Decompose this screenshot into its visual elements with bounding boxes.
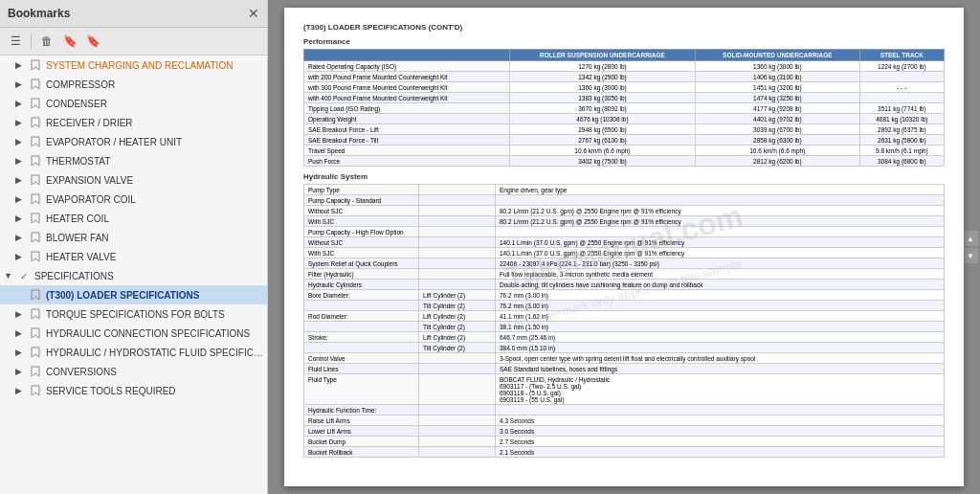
bookmark-icon — [29, 173, 42, 187]
hydraulic-sub-label — [419, 280, 496, 290]
hydraulic-value: Engine driven, gear type — [496, 185, 945, 195]
bookmark-icon — [29, 212, 42, 225]
bookmark-label: HEATER VALVE — [46, 252, 116, 262]
bookmark-label: TORQUE SPECIFICATIONS FOR BOLTS — [46, 309, 225, 320]
bookmarks-close-button[interactable]: ✕ — [248, 6, 259, 21]
hydraulic-sub-label — [419, 227, 496, 237]
bookmark-label: EVAPORATOR COIL — [46, 194, 136, 205]
bookmark-item-expansion-valve[interactable]: ▶EXPANSION VALVE — [0, 170, 267, 190]
bookmark-item-t300-loader[interactable]: (T300) LOADER SPECIFICATIONS — [0, 285, 267, 304]
hydraulic-label: Lower Lift Arms — [304, 426, 419, 437]
performance-cell: 1270 kg (2800 lb) — [509, 61, 695, 72]
performance-cell: 1474 kg (3250 lb) — [696, 93, 860, 103]
bookmark-icon — [29, 326, 42, 340]
performance-col-header: ROLLER SUSPENSION UNDERCARRIAGE — [509, 50, 695, 61]
performance-cell: Operating Weight — [304, 114, 510, 124]
bookmark-item-evaporator-heater[interactable]: ▶EVAPORATOR / HEATER UNIT — [0, 132, 267, 151]
bookmarks-list[interactable]: ▶SYSTEM CHARGING AND RECLAMATION▶COMPRES… — [0, 56, 267, 494]
performance-col-header — [304, 50, 510, 61]
hydraulic-value: 22408 - 23097.4 kPa (224.1 - 231.0 bar) … — [496, 258, 945, 269]
performance-cell: 2892 kg (6375 lb) — [859, 124, 944, 135]
bookmark-item-system-charging[interactable]: ▶SYSTEM CHARGING AND RECLAMATION — [0, 56, 267, 75]
performance-cell: 2812 kg (6200 lb) — [696, 156, 860, 167]
hydraulic-value: 76.2 mm (3.00 in) — [496, 301, 945, 311]
performance-cell: with 200 Pound Frame Mounted Counterweig… — [304, 72, 510, 82]
bookmark-icon: ✓ — [17, 269, 31, 282]
performance-cell: 1342 kg (2900 lb) — [509, 72, 695, 82]
performance-cell: 1360 kg (3000 lb) — [696, 61, 860, 72]
bookmarks-header: Bookmarks ✕ — [0, 0, 267, 28]
bookmark-item-thermostat[interactable]: ▶THERMOSTAT — [0, 151, 267, 170]
bookmark-item-compressor[interactable]: ▶COMPRESSOR — [0, 75, 267, 94]
performance-cell: SAE Breakout Force - Tilt — [304, 135, 510, 146]
scroll-down-arrow[interactable]: ▼ — [963, 248, 978, 263]
hydraulic-value: 38.1 mm (1.50 in) — [496, 322, 945, 332]
hydraulic-label: Hydraulic Function Time: — [304, 405, 419, 415]
bookmark-item-blower-fan[interactable]: ▶BLOWER FAN — [0, 228, 267, 247]
expand-arrow: ▶ — [15, 386, 27, 395]
performance-cell: 4676 kg (10308 lb) — [509, 114, 695, 124]
performance-cell: 2767 kg (6100 lb) — [509, 135, 695, 146]
bookmark-icon — [29, 78, 42, 91]
delete-icon[interactable]: 🗑 — [37, 32, 56, 51]
bookmarks-panel: Bookmarks ✕ ☰ 🗑 🔖 🔖 ▶SYSTEM CHARGING AND… — [0, 0, 268, 494]
performance-cell: Tipping Load (ISO Rating) — [304, 103, 510, 114]
performance-section-title: Performance — [303, 37, 945, 46]
bookmark-label: EXPANSION VALVE — [46, 175, 133, 186]
performance-cell: - - - — [859, 82, 944, 93]
performance-cell: 4681 kg (10320 lb) — [859, 114, 944, 124]
bookmark-icon — [29, 288, 42, 302]
hydraulic-sub-label — [419, 258, 496, 269]
bookmark-item-service-tools[interactable]: ▶SERVICE TOOLS REQUIRED — [0, 381, 267, 400]
hydraulic-label: Filter (Hydraulic) — [304, 269, 419, 280]
menu-icon[interactable]: ☰ — [6, 32, 25, 51]
performance-cell: 2631 kg (5800 lb) — [859, 135, 944, 146]
bookmark-icon — [29, 154, 42, 168]
performance-cell: 1383 kg (3050 lb) — [509, 93, 695, 103]
expand-arrow: ▶ — [15, 252, 27, 261]
hydraulic-value: 384.0 mm (15.10 in) — [496, 343, 945, 353]
expand-arrow: ▶ — [15, 233, 27, 242]
hydraulic-label: Bore Diameter: — [304, 290, 419, 301]
expand-arrow: ▶ — [15, 79, 27, 89]
bookmark-item-evaporator-coil[interactable]: ▶EVAPORATOR COIL — [0, 190, 267, 209]
hydraulic-sub-label — [419, 216, 496, 227]
bookmark-item-specifications[interactable]: ▼✓SPECIFICATIONS — [0, 266, 267, 285]
bookmark-item-heater-valve[interactable]: ▶HEATER VALVE — [0, 247, 267, 266]
performance-cell: 9.8 km/h (6.1 mph) — [859, 146, 944, 156]
bookmark-icon — [29, 135, 42, 148]
bookmark-item-condenser[interactable]: ▶CONDENSER — [0, 94, 267, 113]
expand-arrow: ▼ — [4, 271, 15, 281]
hydraulic-sub-label — [419, 405, 496, 415]
bookmark-label: SYSTEM CHARGING AND RECLAMATION — [46, 60, 233, 71]
hydraulic-sub-label — [419, 374, 496, 405]
hydraulic-sub-label — [419, 426, 496, 437]
performance-cell: 10.6 km/h (6.6 mph) — [509, 146, 695, 156]
bookmark-icon — [29, 58, 42, 72]
performance-col-header: STEEL TRACK — [859, 50, 944, 61]
bookmark-icon[interactable]: 🔖 — [83, 32, 102, 51]
hydraulic-label: Rod Diameter: — [304, 311, 419, 322]
hydraulic-sub-label — [419, 415, 496, 426]
bookmarks-toolbar: ☰ 🗑 🔖 🔖 — [0, 28, 267, 56]
bookmark-label: COMPRESSOR — [46, 79, 115, 90]
bookmark-item-heater-coil[interactable]: ▶HEATER COIL — [0, 209, 267, 228]
hydraulic-label: Control Valve — [304, 353, 419, 364]
bookmark-item-torque-specs[interactable]: ▶TORQUE SPECIFICATIONS FOR BOLTS — [0, 304, 267, 324]
hydraulic-value — [496, 405, 945, 415]
bookmark-label: EVAPORATOR / HEATER UNIT — [46, 137, 182, 147]
bookmark-item-receiver-drier[interactable]: ▶RECEIVER / DRIER — [0, 113, 267, 132]
hydraulic-label — [304, 343, 419, 353]
hydraulic-label: Stroke: — [304, 332, 419, 343]
performance-cell: 1406 kg (3100 lb) — [696, 72, 860, 82]
bookmark-label: (T300) LOADER SPECIFICATIONS — [46, 290, 199, 301]
bookmark-icon — [29, 307, 42, 321]
hydraulic-label: Fluid Lines — [304, 364, 419, 374]
scroll-up-arrow[interactable]: ▲ — [963, 231, 978, 246]
bookmark-item-hydraulic-connection[interactable]: ▶HYDRAULIC CONNECTION SPECIFICATIONS — [0, 324, 267, 343]
expand-arrow: ▶ — [15, 194, 27, 204]
bookmark-add-icon[interactable]: 🔖 — [60, 32, 79, 51]
bookmark-item-hydraulic-fluid[interactable]: ▶HYDRAULIC / HYDROSTATIC FLUID SPECIFICA… — [0, 343, 267, 362]
hydraulic-sub-label — [419, 237, 496, 248]
bookmark-item-conversions[interactable]: ▶CONVERSIONS — [0, 362, 267, 381]
